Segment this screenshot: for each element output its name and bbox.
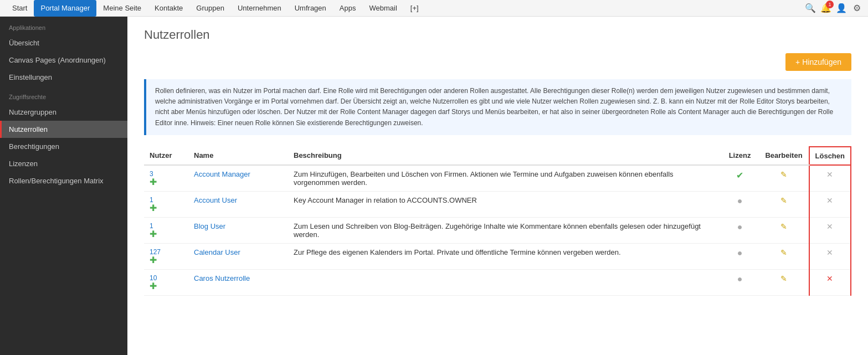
toolbar: + Hinzufügen [144,53,851,71]
sidebar-section-applikationen: Applikationen [0,17,127,34]
beschreibung-text-1: Key Account Manager in relation to ACCOU… [294,196,477,204]
nav-portal-manager[interactable]: Portal Manager [34,0,96,17]
beschreibung-text-3: Zur Pflege des eigenen Kalenders im Port… [294,248,621,256]
delete-icon-3[interactable]: ✕ [826,248,833,257]
lizenz-icon-gray-2: ● [737,222,743,231]
role-link-1[interactable]: Account User [194,196,237,204]
role-link-3[interactable]: Calendar User [194,248,240,256]
delete-icon-1[interactable]: ✕ [826,196,833,205]
sidebar: Applikationen Übersicht Canvas Pages (An… [0,17,127,355]
nav-meine-seite[interactable]: Meine Seite [96,0,148,17]
lizenz-icon-gray-1: ● [737,196,743,205]
nutzer-add-icon-1[interactable]: ✚ [150,204,183,213]
nav-start[interactable]: Start [6,0,34,17]
cell-beschreibung-4 [288,269,721,295]
lizenz-icon-gray-4: ● [737,274,743,284]
nutzer-add-icon-3[interactable]: ✚ [150,256,183,265]
nutzer-count-0[interactable]: 3 [150,170,183,178]
notification-badge: 1 [826,1,834,8]
col-header-name: Name [188,147,288,165]
sidebar-item-einstellungen[interactable]: Einstellungen [0,69,127,86]
nav-kontakte[interactable]: Kontakte [148,0,189,17]
beschreibung-text-0: Zum Hinzufügen, Bearbeiten und Löschen v… [294,170,674,187]
lizenz-icon-gray-3: ● [737,248,743,258]
info-box: Rollen definieren, was ein Nutzer im Por… [144,79,851,135]
table-row: 127 ✚ Calendar User Zur Pflege des eigen… [144,243,851,269]
col-header-lizenz: Lizenz [721,147,759,165]
nav-unternehmen[interactable]: Unternehmen [231,0,288,17]
cell-lizenz-3: ● [721,243,759,269]
sidebar-item-canvas-pages[interactable]: Canvas Pages (Anordnungen) [0,52,127,69]
nav-more[interactable]: [+] [404,0,425,17]
nav-umfragen[interactable]: Umfragen [288,0,333,17]
settings-icon[interactable]: ⚙ [851,3,862,14]
nutzer-add-icon-2[interactable]: ✚ [150,230,183,239]
cell-beschreibung-2: Zum Lesen und Schreiben von Blog-Beiträg… [288,217,721,243]
cell-name-0: Account Manager [188,165,288,192]
sidebar-item-rollen-matrix[interactable]: Rollen/Berechtigungen Matrix [0,172,127,189]
nutzer-count-2[interactable]: 1 [150,222,183,230]
search-icon[interactable]: 🔍 [805,3,816,14]
edit-icon-0[interactable]: ✎ [780,170,787,179]
main-layout: Applikationen Übersicht Canvas Pages (An… [0,17,868,355]
cell-nutzer-1: 1 ✚ [144,191,188,217]
edit-icon-3[interactable]: ✎ [780,248,787,257]
table-row: 1 ✚ Account User Key Account Manager in … [144,191,851,217]
col-header-beschreibung: Beschreibung [288,147,721,165]
top-navigation: Start Portal Manager Meine Seite Kontakt… [0,0,868,17]
nutzer-count-4[interactable]: 10 [150,274,183,282]
role-link-2[interactable]: Blog User [194,222,225,230]
cell-name-4: Caros Nutzerrolle [188,269,288,295]
cell-nutzer-2: 1 ✚ [144,217,188,243]
edit-icon-2[interactable]: ✎ [780,222,787,231]
cell-loschen-2: ✕ [809,217,851,243]
nutzer-add-icon-0[interactable]: ✚ [150,178,183,187]
cell-nutzer-3: 127 ✚ [144,243,188,269]
cell-beschreibung-0: Zum Hinzufügen, Bearbeiten und Löschen v… [288,165,721,192]
role-link-4[interactable]: Caros Nutzerrolle [194,274,250,282]
sidebar-section-zugriffsrechte: Zugriffsrechte [0,86,127,104]
sidebar-item-ubersicht[interactable]: Übersicht [0,34,127,52]
notification-icon[interactable]: 🔔 1 [820,3,831,14]
add-button[interactable]: + Hinzufügen [785,53,851,71]
nav-gruppen[interactable]: Gruppen [189,0,231,17]
user-icon[interactable]: 👤 [836,3,847,14]
cell-bearbeiten-0: ✎ [759,165,809,192]
nutzer-add-icon-4[interactable]: ✚ [150,282,183,291]
role-link-0[interactable]: Account Manager [194,170,250,178]
cell-loschen-1: ✕ [809,191,851,217]
main-content: Nutzerrollen + Hinzufügen Rollen definie… [127,17,868,355]
cell-lizenz-4: ● [721,269,759,295]
delete-icon-0[interactable]: ✕ [826,170,833,179]
table-row: 10 ✚ Caros Nutzerrolle ● ✎ [144,269,851,295]
cell-loschen-4: ✕ [809,269,851,295]
cell-bearbeiten-3: ✎ [759,243,809,269]
table-row: 1 ✚ Blog User Zum Lesen und Schreiben vo… [144,217,851,243]
sidebar-item-berechtigungen[interactable]: Berechtigungen [0,138,127,155]
nav-apps[interactable]: Apps [333,0,363,17]
sidebar-item-nutzergruppen[interactable]: Nutzergruppen [0,104,127,121]
cell-name-2: Blog User [188,217,288,243]
delete-icon-2[interactable]: ✕ [826,222,833,231]
cell-name-1: Account User [188,191,288,217]
cell-beschreibung-1: Key Account Manager in relation to ACCOU… [288,191,721,217]
col-header-nutzer: Nutzer [144,147,188,165]
roles-table: Nutzer Name Beschreibung Lizenz Bearbeit… [144,146,851,296]
cell-bearbeiten-2: ✎ [759,217,809,243]
edit-icon-1[interactable]: ✎ [780,196,787,205]
cell-lizenz-1: ● [721,191,759,217]
sidebar-item-lizenzen[interactable]: Lizenzen [0,155,127,172]
sidebar-item-nutzerrollen[interactable]: Nutzerrollen [0,121,127,138]
cell-name-3: Calendar User [188,243,288,269]
col-header-loschen: Löschen [809,147,851,165]
delete-icon-red-4[interactable]: ✕ [826,274,833,283]
lizenz-icon-green-0: ✔ [736,171,743,180]
cell-bearbeiten-1: ✎ [759,191,809,217]
nav-webmail[interactable]: Webmail [362,0,403,17]
nutzer-count-1[interactable]: 1 [150,196,183,204]
page-title: Nutzerrollen [144,28,851,42]
col-header-bearbeiten: Bearbeiten [759,147,809,165]
cell-lizenz-2: ● [721,217,759,243]
edit-icon-4[interactable]: ✎ [780,274,787,283]
nutzer-count-3[interactable]: 127 [150,248,183,256]
